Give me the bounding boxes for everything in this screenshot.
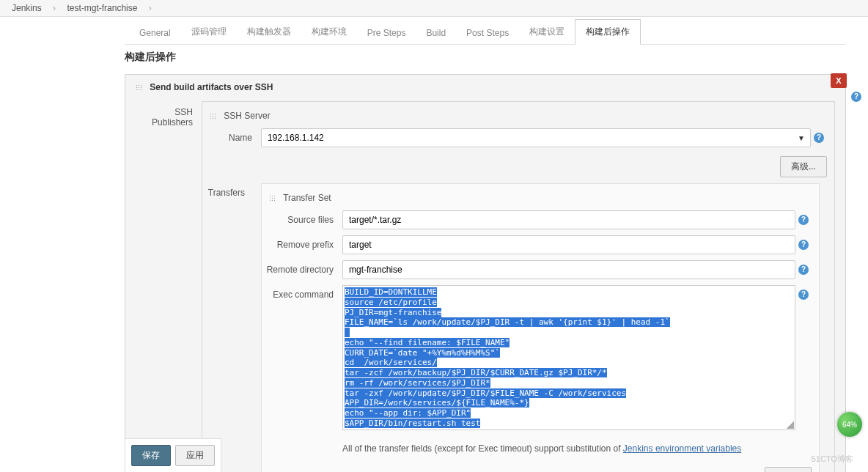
tab-triggers[interactable]: 构建触发器 [237, 20, 301, 44]
progress-badge: 64% [837, 412, 862, 437]
drag-handle-icon[interactable] [136, 84, 143, 92]
tab-build[interactable]: Build [416, 22, 456, 44]
exec-command-textarea[interactable]: BUILD_ID=DONTKILLME source /etc/profile … [342, 285, 795, 430]
publisher-panel: X ? Send build artifacts over SSH SSH Pu… [125, 74, 846, 472]
drag-handle-icon[interactable] [269, 195, 276, 202]
help-icon[interactable]: ? [798, 265, 809, 275]
server-name-label: Name [210, 128, 261, 143]
apply-button[interactable]: 应用 [175, 445, 215, 466]
tab-scm[interactable]: 源码管理 [181, 20, 237, 44]
help-icon[interactable]: ? [798, 290, 809, 300]
publisher-title-text: Send build artifacts over SSH [150, 82, 273, 92]
remove-prefix-input[interactable] [342, 235, 795, 254]
remote-directory-label: Remote directory [262, 260, 342, 275]
hint-text: All of the transfer fields (except for E… [342, 443, 623, 454]
env-vars-link[interactable]: Jenkins environment variables [623, 443, 741, 454]
help-icon[interactable]: ? [851, 92, 861, 102]
watermark: 51CTO博客 [812, 454, 853, 465]
source-files-input[interactable] [342, 210, 795, 229]
save-button[interactable]: 保存 [131, 445, 171, 466]
tab-pre-steps[interactable]: Pre Steps [357, 22, 416, 44]
tab-build-settings[interactable]: 构建设置 [519, 20, 575, 44]
transfer-advanced-button[interactable]: 高级... [765, 467, 812, 472]
tab-env[interactable]: 构建环境 [301, 20, 357, 44]
resize-handle-icon[interactable] [787, 421, 794, 429]
transfers-label: Transfers [202, 183, 254, 472]
publisher-title: Send build artifacts over SSH [125, 75, 845, 100]
footer-actions: 保存 应用 [125, 438, 221, 472]
server-advanced-button[interactable]: 高级... [780, 156, 827, 177]
source-files-label: Source files [262, 210, 342, 225]
help-icon[interactable]: ? [798, 240, 809, 250]
remote-directory-input[interactable] [342, 260, 795, 279]
breadcrumb-sep: › [144, 3, 156, 13]
config-tabs: General 源码管理 构建触发器 构建环境 Pre Steps Build … [125, 18, 846, 45]
tab-post-steps[interactable]: Post Steps [456, 22, 519, 44]
exec-command-label: Exec command [262, 285, 342, 300]
ssh-server-panel: SSH Server Name 192.168.1.142 ▼ ? [202, 101, 835, 472]
breadcrumb-job[interactable]: test-mgt-franchise [62, 3, 141, 13]
substitution-hint: All of the transfer fields (except for E… [342, 436, 795, 458]
ssh-publishers-label: SSH Publishers [136, 100, 202, 472]
help-icon[interactable]: ? [798, 215, 809, 225]
server-name-select[interactable]: 192.168.1.142 [261, 128, 811, 147]
transfer-set-panel: Transfer Set Source files ? Remove prefi… [261, 183, 820, 472]
remove-publisher-button[interactable]: X [831, 73, 847, 88]
tab-post-build-actions[interactable]: 构建后操作 [575, 19, 641, 45]
drag-handle-icon[interactable] [210, 113, 217, 120]
transfer-set-label: Transfer Set [283, 193, 331, 203]
tab-general[interactable]: General [129, 22, 181, 44]
remove-prefix-label: Remove prefix [262, 235, 342, 250]
breadcrumb-sep: › [48, 3, 60, 13]
breadcrumb: Jenkins › test-mgt-franchise › [0, 0, 868, 17]
breadcrumb-root[interactable]: Jenkins [7, 3, 46, 13]
section-heading: 构建后操作 [125, 45, 846, 74]
help-icon[interactable]: ? [814, 133, 824, 143]
ssh-server-label: SSH Server [224, 111, 270, 121]
